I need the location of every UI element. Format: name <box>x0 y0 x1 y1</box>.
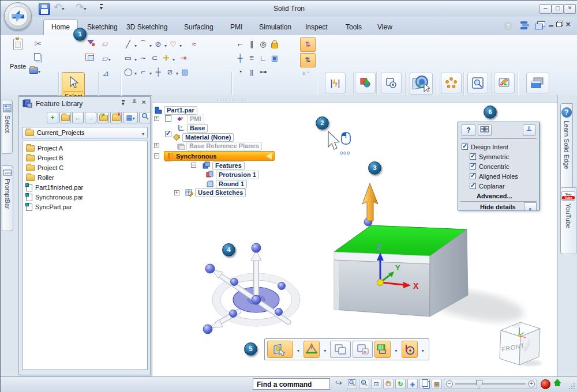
redo-icon[interactable]: ↷ <box>76 1 86 13</box>
axis-button[interactable] <box>402 341 418 358</box>
collapse-icon[interactable] <box>191 163 196 168</box>
parts-visibility-icon[interactable]: ▦ <box>432 379 442 389</box>
tab-sketching[interactable]: Sketching <box>80 20 125 35</box>
doc-close-icon[interactable]: ✕ <box>565 21 571 28</box>
perpendicular-icon[interactable]: ⌐ <box>235 39 245 50</box>
list-item[interactable]: Project B <box>23 153 147 163</box>
doc-restore-icon[interactable] <box>556 22 562 27</box>
autohide-pin-icon[interactable]: ╨ <box>132 99 137 106</box>
zoom-track[interactable] <box>455 383 526 385</box>
tab-home[interactable]: Home <box>43 20 78 35</box>
copy-face-button[interactable] <box>330 341 351 358</box>
wheel-ring-knob[interactable] <box>278 282 286 290</box>
list-item[interactable]: Roller <box>23 173 147 183</box>
panel-options-icon[interactable]: ▾ <box>122 100 125 107</box>
rigid-set-icon[interactable]: ▣ <box>269 53 280 63</box>
tree-item-round[interactable]: Round 1 <box>216 180 247 189</box>
rotate-icon[interactable]: ↻ <box>395 379 406 389</box>
maximize-button[interactable]: ▢ <box>552 4 564 14</box>
library-path-dropdown[interactable]: Current_Projects <box>22 127 148 138</box>
connect-icon[interactable]: ⊶ <box>258 67 268 77</box>
mirror-icon[interactable]: ⧄ <box>164 67 175 77</box>
zoom-icon[interactable]: + <box>359 379 369 389</box>
new-folder-icon[interactable]: ∗ <box>110 112 122 123</box>
concentric-icon[interactable]: ◎ <box>258 39 268 50</box>
equal-icon[interactable]: = <box>246 53 257 63</box>
sidebar-tab-select[interactable]: Select <box>2 100 13 154</box>
list-item[interactable]: SyncPart.par <box>23 202 147 212</box>
tree-item-used-sketches[interactable]: Used Sketches <box>195 189 246 197</box>
part-body[interactable] <box>334 225 468 316</box>
sidebar-tab-learn-solid-edge[interactable]: ? Learn Solid Edge <box>560 103 573 191</box>
zoom-slider[interactable]: − + <box>444 379 537 389</box>
suppress-relationships-icon[interactable]: ∗⁺ <box>301 70 310 77</box>
contour-icon[interactable]: ♡ <box>168 39 178 50</box>
fit-icon[interactable]: ⊡ <box>371 379 381 389</box>
tab-inspect[interactable]: Inspect <box>298 20 335 35</box>
move-icon[interactable]: ✛ <box>161 53 171 63</box>
draw-face-dropdown[interactable] <box>321 340 328 359</box>
expand-icon[interactable] <box>174 190 179 195</box>
arc-3pt-icon[interactable]: ⊂ <box>149 53 160 63</box>
search-icon[interactable] <box>139 112 151 123</box>
wheel-axis-knob[interactable] <box>203 325 212 334</box>
expand-icon[interactable] <box>154 116 159 121</box>
pan-icon[interactable] <box>383 379 394 389</box>
circle-icon[interactable]: ◯ <box>123 67 133 77</box>
promptbar-splitter[interactable]: ·········· <box>152 95 557 103</box>
record-icon[interactable] <box>541 379 550 389</box>
paste-button[interactable]: Paste <box>6 39 29 70</box>
list-item[interactable]: Part1finished.par <box>23 183 147 193</box>
design-intent-help-icon[interactable]: ? <box>462 125 475 136</box>
wheel-ring-knob[interactable] <box>230 310 237 318</box>
design-intent-checkbox-concentric[interactable]: Concentric <box>470 162 509 171</box>
expand-icon[interactable] <box>154 143 159 148</box>
tab-3d-sketching[interactable]: 3D Sketching <box>119 20 175 35</box>
zoom-slider-thumb[interactable] <box>476 380 482 389</box>
arc-icon[interactable]: ⌒ <box>138 39 148 50</box>
copy-icon[interactable] <box>34 52 40 63</box>
select-tool-dropdown[interactable] <box>295 340 302 359</box>
rectangle-icon[interactable]: ▭ <box>123 53 133 63</box>
tree-item-features[interactable]: Features <box>212 161 245 170</box>
plane-icon[interactable]: ▱ <box>102 39 108 48</box>
wheel-axis-knob[interactable] <box>205 264 215 273</box>
help-icon[interactable]: ? <box>504 22 512 31</box>
tree-item-protrusion[interactable]: Protrusion 1 <box>216 171 259 179</box>
home-folder-icon[interactable] <box>59 112 71 123</box>
resize-grip[interactable] <box>569 383 576 390</box>
collapse-chevron-icon[interactable]: « <box>524 202 537 211</box>
curve-icon[interactable]: ∼ <box>138 53 148 63</box>
up-folder-icon[interactable]: ↗ <box>98 112 109 123</box>
customize-quick-access-icon[interactable]: ▾ <box>100 4 103 11</box>
relationship-handles-toggle[interactable]: ⇅ <box>300 53 316 67</box>
offset-icon[interactable]: ⇥ <box>178 53 189 63</box>
spline-icon[interactable]: ≈ <box>189 39 199 50</box>
list-item[interactable]: Project A <box>23 144 147 153</box>
tangent-icon[interactable]: ◔ <box>235 67 245 77</box>
steering-wheel[interactable] <box>203 243 300 334</box>
selection-filter-icon[interactable] <box>87 40 94 44</box>
tab-view[interactable]: View <box>370 20 400 35</box>
symmetric-icon[interactable]: ][ <box>246 67 257 77</box>
zoom-in-icon[interactable]: + <box>528 380 535 387</box>
minimize-button[interactable]: ─ <box>539 4 552 14</box>
paste-special-icon[interactable] <box>29 65 47 76</box>
tab-pmi[interactable]: PMI <box>223 20 250 35</box>
doc-minimize-icon[interactable] <box>549 25 553 27</box>
draw-face-button[interactable] <box>304 341 320 358</box>
design-intent-master-checkbox[interactable]: Design Intent <box>462 142 508 151</box>
publish-icon[interactable] <box>553 379 561 386</box>
pattern-table-dropdown[interactable] <box>392 340 399 359</box>
line-icon[interactable]: ╱ <box>123 39 133 50</box>
select-box-icon[interactable] <box>85 54 94 61</box>
application-button[interactable] <box>4 2 32 30</box>
more-planes-icon[interactable]: ▱ <box>102 54 111 63</box>
list-item[interactable]: Synchronous.par <box>23 193 147 202</box>
close-button[interactable]: ✕ <box>564 4 576 14</box>
tree-item-pmi[interactable]: PMI <box>187 115 204 123</box>
views-icon[interactable]: ▦ <box>123 112 138 123</box>
tab-tools[interactable]: Tools <box>338 20 369 35</box>
tree-checkbox[interactable] <box>165 115 171 122</box>
design-intent-checkbox-symmetric[interactable]: Symmetric <box>470 152 509 161</box>
